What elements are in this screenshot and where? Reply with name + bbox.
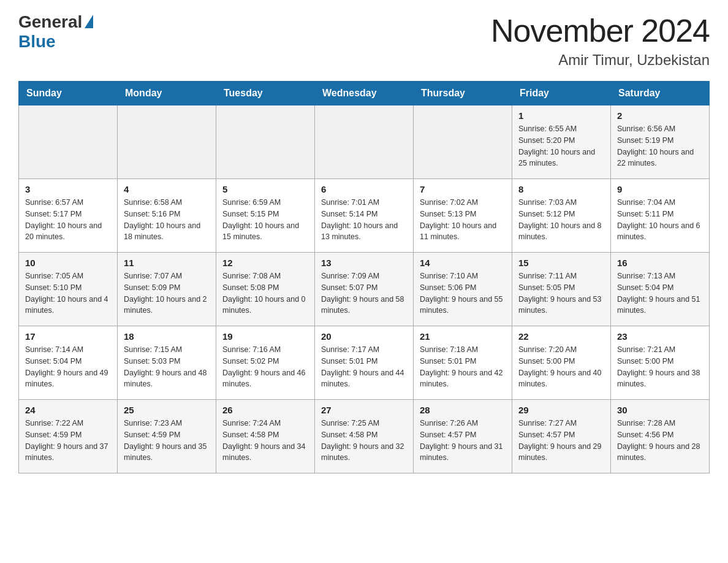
day-info: Sunrise: 7:08 AMSunset: 5:08 PMDaylight:… [222,270,308,316]
calendar-cell: 3Sunrise: 6:57 AMSunset: 5:17 PMDaylight… [19,179,118,253]
day-info: Sunrise: 7:18 AMSunset: 5:01 PMDaylight:… [420,344,506,390]
day-number: 3 [25,184,111,194]
calendar-cell [19,105,118,179]
calendar-cell: 21Sunrise: 7:18 AMSunset: 5:01 PMDayligh… [414,326,512,400]
weekday-header-friday: Friday [512,82,611,105]
weekday-header-sunday: Sunday [19,82,118,105]
calendar-week-row: 1Sunrise: 6:55 AMSunset: 5:20 PMDaylight… [19,105,710,179]
day-info: Sunrise: 7:09 AMSunset: 5:07 PMDaylight:… [321,270,407,316]
calendar-cell: 27Sunrise: 7:25 AMSunset: 4:58 PMDayligh… [315,400,414,473]
logo-general-text: General [18,12,82,32]
day-info: Sunrise: 7:04 AMSunset: 5:11 PMDaylight:… [617,197,703,243]
day-number: 16 [617,258,703,268]
day-number: 11 [124,258,210,268]
calendar-cell: 13Sunrise: 7:09 AMSunset: 5:07 PMDayligh… [315,253,414,326]
day-number: 17 [25,331,111,342]
weekday-header-wednesday: Wednesday [315,82,414,105]
day-info: Sunrise: 7:01 AMSunset: 5:14 PMDaylight:… [321,197,407,243]
calendar-cell: 30Sunrise: 7:28 AMSunset: 4:56 PMDayligh… [611,400,710,473]
calendar-cell: 28Sunrise: 7:26 AMSunset: 4:57 PMDayligh… [414,400,512,473]
day-info: Sunrise: 7:02 AMSunset: 5:13 PMDaylight:… [420,197,506,243]
day-number: 22 [518,331,604,342]
day-info: Sunrise: 7:21 AMSunset: 5:00 PMDaylight:… [617,344,703,390]
calendar-cell: 22Sunrise: 7:20 AMSunset: 5:00 PMDayligh… [512,326,611,400]
day-number: 6 [321,184,407,194]
day-number: 21 [420,331,506,342]
day-number: 1 [518,110,604,121]
day-info: Sunrise: 7:22 AMSunset: 4:59 PMDaylight:… [25,418,111,464]
logo-top: General [18,12,93,32]
day-info: Sunrise: 6:59 AMSunset: 5:15 PMDaylight:… [222,197,308,243]
logo: General Blue [18,12,93,52]
calendar-cell: 18Sunrise: 7:15 AMSunset: 5:03 PMDayligh… [118,326,216,400]
weekday-header-tuesday: Tuesday [216,82,315,105]
location-title: Amir Timur, Uzbekistan [491,52,710,69]
calendar-cell: 15Sunrise: 7:11 AMSunset: 5:05 PMDayligh… [512,253,611,326]
day-info: Sunrise: 7:05 AMSunset: 5:10 PMDaylight:… [25,270,111,316]
calendar-cell: 16Sunrise: 7:13 AMSunset: 5:04 PMDayligh… [611,253,710,326]
calendar-week-row: 24Sunrise: 7:22 AMSunset: 4:59 PMDayligh… [19,400,710,473]
day-number: 19 [222,331,308,342]
calendar-cell: 23Sunrise: 7:21 AMSunset: 5:00 PMDayligh… [611,326,710,400]
calendar-cell: 4Sunrise: 6:58 AMSunset: 5:16 PMDaylight… [118,179,216,253]
calendar-cell: 6Sunrise: 7:01 AMSunset: 5:14 PMDaylight… [315,179,414,253]
day-info: Sunrise: 7:03 AMSunset: 5:12 PMDaylight:… [518,197,604,243]
day-info: Sunrise: 6:57 AMSunset: 5:17 PMDaylight:… [25,197,111,243]
day-number: 2 [617,110,703,121]
weekday-header-thursday: Thursday [414,82,512,105]
day-info: Sunrise: 7:23 AMSunset: 4:59 PMDaylight:… [124,418,210,464]
page-header: General Blue November 2024 Amir Timur, U… [18,12,710,69]
day-info: Sunrise: 7:13 AMSunset: 5:04 PMDaylight:… [617,270,703,316]
calendar-cell: 12Sunrise: 7:08 AMSunset: 5:08 PMDayligh… [216,253,315,326]
calendar-cell: 25Sunrise: 7:23 AMSunset: 4:59 PMDayligh… [118,400,216,473]
day-info: Sunrise: 7:16 AMSunset: 5:02 PMDaylight:… [222,344,308,390]
day-number: 10 [25,258,111,268]
calendar-cell: 24Sunrise: 7:22 AMSunset: 4:59 PMDayligh… [19,400,118,473]
calendar-cell [216,105,315,179]
day-number: 25 [124,405,210,415]
day-number: 5 [222,184,308,194]
day-number: 7 [420,184,506,194]
day-info: Sunrise: 6:58 AMSunset: 5:16 PMDaylight:… [124,197,210,243]
calendar-header-row: SundayMondayTuesdayWednesdayThursdayFrid… [19,82,710,105]
day-number: 26 [222,405,308,415]
day-number: 13 [321,258,407,268]
day-number: 28 [420,405,506,415]
calendar-week-row: 3Sunrise: 6:57 AMSunset: 5:17 PMDaylight… [19,179,710,253]
logo-triangle-icon [85,15,93,28]
day-number: 12 [222,258,308,268]
calendar-table: SundayMondayTuesdayWednesdayThursdayFrid… [18,81,710,473]
day-info: Sunrise: 7:25 AMSunset: 4:58 PMDaylight:… [321,418,407,464]
calendar-cell: 8Sunrise: 7:03 AMSunset: 5:12 PMDaylight… [512,179,611,253]
calendar-cell: 10Sunrise: 7:05 AMSunset: 5:10 PMDayligh… [19,253,118,326]
day-info: Sunrise: 7:17 AMSunset: 5:01 PMDaylight:… [321,344,407,390]
calendar-cell: 5Sunrise: 6:59 AMSunset: 5:15 PMDaylight… [216,179,315,253]
day-info: Sunrise: 7:10 AMSunset: 5:06 PMDaylight:… [420,270,506,316]
weekday-header-monday: Monday [118,82,216,105]
day-number: 23 [617,331,703,342]
day-number: 9 [617,184,703,194]
calendar-cell [118,105,216,179]
day-info: Sunrise: 7:28 AMSunset: 4:56 PMDaylight:… [617,418,703,464]
month-title: November 2024 [491,12,710,49]
day-info: Sunrise: 7:27 AMSunset: 4:57 PMDaylight:… [518,418,604,464]
calendar-cell: 19Sunrise: 7:16 AMSunset: 5:02 PMDayligh… [216,326,315,400]
day-number: 30 [617,405,703,415]
day-info: Sunrise: 7:20 AMSunset: 5:00 PMDaylight:… [518,344,604,390]
day-info: Sunrise: 6:55 AMSunset: 5:20 PMDaylight:… [518,123,604,169]
day-number: 29 [518,405,604,415]
day-info: Sunrise: 7:26 AMSunset: 4:57 PMDaylight:… [420,418,506,464]
logo-blue-text: Blue [18,32,56,52]
day-info: Sunrise: 7:14 AMSunset: 5:04 PMDaylight:… [25,344,111,390]
calendar-cell: 11Sunrise: 7:07 AMSunset: 5:09 PMDayligh… [118,253,216,326]
calendar-cell: 1Sunrise: 6:55 AMSunset: 5:20 PMDaylight… [512,105,611,179]
day-info: Sunrise: 7:07 AMSunset: 5:09 PMDaylight:… [124,270,210,316]
calendar-cell [315,105,414,179]
day-number: 4 [124,184,210,194]
calendar-week-row: 10Sunrise: 7:05 AMSunset: 5:10 PMDayligh… [19,253,710,326]
day-number: 20 [321,331,407,342]
day-number: 15 [518,258,604,268]
weekday-header-saturday: Saturday [611,82,710,105]
calendar-cell: 29Sunrise: 7:27 AMSunset: 4:57 PMDayligh… [512,400,611,473]
day-info: Sunrise: 7:24 AMSunset: 4:58 PMDaylight:… [222,418,308,464]
